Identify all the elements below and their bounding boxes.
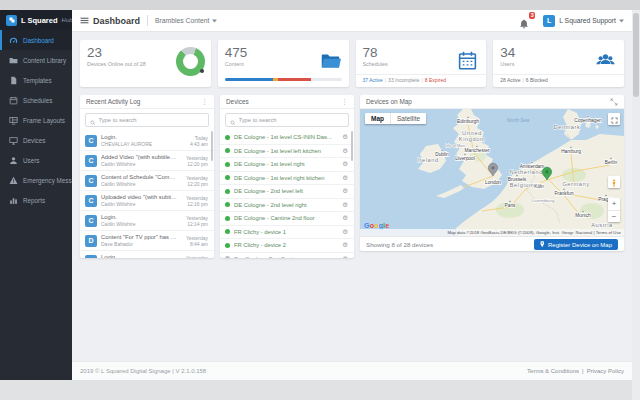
map-city-dot [582, 210, 584, 212]
notifications-button[interactable]: 3 [519, 15, 531, 27]
activity-date: Yesterday [182, 255, 208, 259]
stat-cards-row: 23 Devices Online out of 28 475 Content … [80, 40, 624, 87]
sidebar-item-label: Devices [23, 137, 45, 144]
chevron-down-icon [619, 19, 624, 23]
map-fullscreen-button[interactable] [608, 113, 620, 125]
brand-logo[interactable]: L Squared Hub [0, 10, 72, 30]
activity-panel-title: Recent Activity Log [86, 98, 140, 105]
org-selector-dropdown[interactable]: Brambles Content [155, 17, 217, 24]
zoom-in-button[interactable]: + [608, 198, 620, 211]
users-group-icon [595, 50, 616, 71]
sidebar-item-frame-layouts[interactable]: Frame Layouts [0, 110, 72, 130]
activity-avatar: C [85, 135, 97, 147]
more-options-icon[interactable]: ⋮ [201, 98, 208, 105]
register-device-button[interactable]: Register Device on Map [534, 239, 618, 250]
gear-icon[interactable]: ⚙ [342, 134, 348, 141]
privacy-link[interactable]: Privacy Policy [587, 368, 624, 374]
map-label: Austria [591, 222, 613, 228]
expand-icon[interactable] [610, 98, 618, 106]
sidebar-item-users[interactable]: Users [0, 150, 72, 170]
gear-icon[interactable]: ⚙ [342, 229, 348, 236]
sidebar-item-content-library[interactable]: Content Library [0, 50, 72, 70]
activity-date: Yesterday [182, 155, 208, 161]
device-row[interactable]: FR Clichy - device 1⚙ [220, 226, 354, 240]
activity-time: 12:20 pm [182, 181, 208, 187]
device-row[interactable]: DE Cologne - 2nd level right⚙ [220, 199, 354, 213]
activity-title: Uploaded video "(with subtitles)... [101, 194, 178, 200]
device-row[interactable]: Tim Goalen - Test Device⚙ [220, 253, 354, 259]
panels-row: Recent Activity Log ⋮ CLogin.CHEVALLAY A… [80, 95, 624, 258]
activity-row[interactable]: CAdded Video "(with subtitles) Mi...Cait… [80, 151, 214, 171]
device-row[interactable]: DE Cologne - 2nd level left⚙ [220, 185, 354, 199]
sidebar-item-reports[interactable]: Reports [0, 190, 72, 210]
devices-scrollbar[interactable] [351, 131, 354, 161]
activity-text: Added Video "(with subtitles) Mi...Caitl… [101, 154, 178, 168]
gear-icon[interactable]: ⚙ [342, 175, 348, 182]
sidebar-item-dashboard[interactable]: Dashboard [0, 30, 72, 50]
zoom-out-button[interactable]: − [608, 211, 620, 223]
donut-label-dot [200, 69, 204, 73]
sidebar-item-schedules[interactable]: Schedules [0, 90, 72, 110]
sidebar-item-emergency-message[interactable]: Emergency Message [0, 170, 72, 190]
map-type-satellite-button[interactable]: Satellite [391, 113, 426, 124]
recent-activity-panel: Recent Activity Log ⋮ CLogin.CHEVALLAY A… [80, 95, 214, 258]
activity-row[interactable]: CContent of Schedule "Communic...Caitlin… [80, 171, 214, 191]
map-label: London [485, 180, 501, 185]
map-zoom-control: + − [608, 198, 620, 222]
gear-icon[interactable]: ⚙ [342, 148, 348, 155]
terms-link[interactable]: Terms & Conditions [527, 368, 579, 374]
page-scrollbar-thumb[interactable] [633, 13, 639, 97]
gear-icon[interactable]: ⚙ [342, 188, 348, 195]
breakdown-separator: | [385, 77, 386, 83]
activity-row[interactable]: DLogin.Dave BahadurYesterday8:41 am [80, 251, 214, 258]
device-row[interactable]: DE Cologne - 1st level right kitchen⚙ [220, 172, 354, 186]
gear-icon[interactable]: ⚙ [342, 256, 348, 259]
map-label: Köln [534, 184, 544, 189]
gear-icon[interactable]: ⚙ [342, 215, 348, 222]
user-menu[interactable]: L Squared Support [559, 17, 616, 24]
breakdown-item: 28 Active [500, 77, 520, 83]
device-row[interactable]: DE Cologne - Cantine 2nd floor⚙ [220, 212, 354, 226]
more-options-icon[interactable]: ⋮ [341, 98, 348, 105]
device-status-dot-offline [225, 256, 230, 258]
sidebar-item-label: Schedules [23, 97, 52, 104]
map-type-map-button[interactable]: Map [365, 113, 391, 124]
sidebar-menu: DashboardContent LibraryTemplatesSchedul… [0, 30, 72, 210]
sidebar-item-devices[interactable]: Devices [0, 130, 72, 150]
activity-scrollbar[interactable] [211, 131, 214, 161]
activity-row[interactable]: DContent "For TV ppor" has been ...Dave … [80, 231, 214, 251]
gear-icon[interactable]: ⚙ [342, 161, 348, 168]
gear-icon[interactable]: ⚙ [342, 202, 348, 209]
activity-text: Login.Caitlin Wiltshire [101, 214, 178, 228]
activity-time: 12:14 pm [182, 221, 208, 227]
activity-row[interactable]: CUploaded video "(with subtitles)...Cait… [80, 191, 214, 211]
activity-row[interactable]: CLogin.CHEVALLAY AUROREToday4:43 am [80, 131, 214, 151]
device-status-dot-online [225, 202, 230, 207]
devices-search-input[interactable] [239, 117, 345, 123]
menu-icon[interactable] [80, 16, 89, 25]
activity-avatar: C [85, 175, 97, 187]
device-row[interactable]: DE Cologne - 1st level right⚙ [220, 158, 354, 172]
device-row[interactable]: DE Cologne - 1st level left kitchen⚙ [220, 145, 354, 159]
emergency-icon [9, 176, 18, 185]
device-name: DE Cologne - 1st level right [234, 161, 338, 167]
templates-icon [9, 76, 18, 85]
bar-segment-expired [278, 78, 311, 81]
activity-date: Yesterday [182, 215, 208, 221]
device-status-dot-online [225, 243, 230, 248]
map-device-count: Showing 8 of 28 devices [366, 241, 433, 248]
gear-icon[interactable]: ⚙ [342, 242, 348, 249]
avatar[interactable]: L [543, 15, 555, 27]
sidebar-item-templates[interactable]: Templates [0, 70, 72, 90]
device-status-dot-online [225, 135, 230, 140]
sidebar-item-label: Reports [23, 197, 45, 204]
activity-avatar: D [85, 255, 97, 259]
activity-search-input[interactable] [99, 117, 205, 123]
device-row[interactable]: FR Clichy - device 2⚙ [220, 239, 354, 253]
map-pegman-control[interactable] [608, 176, 620, 188]
devices-search [225, 113, 349, 127]
page-scrollbar[interactable] [632, 10, 640, 400]
activity-row[interactable]: CLogin.Caitlin WiltshireYesterday12:14 p… [80, 211, 214, 231]
device-row[interactable]: DE Cologne - 1st level CS-ININ Das...⚙ [220, 131, 354, 145]
google-map[interactable]: North SeaEdinburghUnitedKingdomIsle of M… [360, 109, 624, 236]
